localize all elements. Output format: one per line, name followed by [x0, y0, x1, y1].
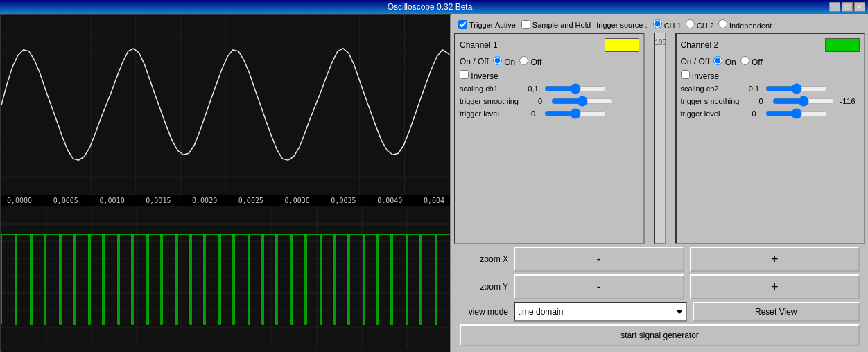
channel2-smoothing-label: trigger smoothing — [681, 97, 750, 105]
channel1-off-radio[interactable] — [519, 56, 528, 65]
trigger-ch2-radio[interactable] — [686, 19, 695, 28]
trigger-active-label: Trigger Active — [469, 21, 516, 29]
channel1-smoothing-slider[interactable] — [551, 96, 614, 106]
channel1-on-label[interactable]: On — [493, 56, 515, 67]
channel1-level-slider[interactable] — [544, 109, 607, 118]
time-3: 0,0015 — [146, 197, 171, 204]
trigger-independent-text: Independent — [729, 21, 772, 30]
sample-hold-label: Sample and Hold — [532, 21, 591, 29]
view-mode-dropdown[interactable]: time domain — [514, 302, 687, 322]
reset-view-button[interactable]: Reset View — [693, 302, 860, 322]
channel2-inverse-label[interactable]: Inverse — [681, 70, 720, 81]
zoom-y-plus-button[interactable]: + — [690, 274, 860, 299]
channel1-inverse-text: Inverse — [471, 71, 498, 81]
channel2-on-text: On — [725, 58, 736, 67]
time-7: 0,0035 — [331, 197, 356, 204]
channel2-scaling-row: scaling ch2 0,1 — [681, 84, 860, 94]
channel1-label: Channel 1 — [460, 40, 498, 50]
channel2-off-text: Off — [752, 58, 763, 67]
sample-hold-checkbox-label[interactable]: Sample and Hold — [521, 20, 591, 29]
channel1-off-text: Off — [531, 58, 542, 67]
zoom-x-row: zoom X - + — [460, 247, 860, 272]
time-8: 0,0040 — [377, 197, 402, 204]
zoom-y-minus-button[interactable]: - — [514, 274, 684, 299]
trigger-source-radio-group: CH 1 CH 2 Independent — [653, 19, 772, 30]
channel2-label: Channel 2 — [681, 40, 719, 50]
zoom-x-minus-button[interactable]: - — [514, 247, 684, 272]
channel2-inverse-text: Inverse — [692, 71, 719, 81]
signal-gen-row: start signal generator — [460, 324, 860, 346]
channel2-on-off-label: On / Off — [681, 57, 710, 67]
main-container: Frequency 989,41 Hz 3000,15 Hz CH 1 : TR… — [0, 14, 868, 352]
osc-top-display: Frequency 989,41 Hz 3000,15 Hz CH 1 : TR… — [1, 15, 450, 195]
trigger-ch1-radio[interactable] — [653, 19, 662, 28]
channel2-color-swatch[interactable] — [825, 38, 860, 52]
time-1: 0,0005 — [53, 197, 78, 204]
trigger-active-checkbox-label[interactable]: Trigger Active — [458, 20, 516, 29]
channel2-inverse-checkbox[interactable] — [681, 70, 690, 79]
channel1-scaling-slider[interactable] — [544, 84, 607, 94]
vertical-scrollbar[interactable]: 105 — [654, 33, 666, 244]
control-panel: Trigger Active Sample and Hold trigger s… — [451, 14, 868, 352]
oscilloscope-panel: Frequency 989,41 Hz 3000,15 Hz CH 1 : TR… — [0, 14, 451, 352]
channel1-on-radio[interactable] — [493, 56, 502, 65]
channel1-smoothing-row: trigger smoothing 0 — [460, 96, 639, 106]
channel1-box: Channel 1 On / Off On Off — [454, 33, 645, 244]
view-mode-label: view mode — [460, 307, 508, 317]
osc-bottom-display — [1, 206, 450, 352]
time-axis: 0,0000 0,0005 0,0010 0,0015 0,0020 0,002… — [1, 195, 450, 206]
time-5: 0,0025 — [238, 197, 263, 204]
signal-gen-button[interactable]: start signal generator — [460, 324, 860, 346]
trigger-independent-label[interactable]: Independent — [718, 19, 772, 30]
channel1-off-label[interactable]: Off — [519, 56, 541, 67]
channel2-smoothing-slider[interactable] — [772, 96, 835, 106]
top-controls-bar: Trigger Active Sample and Hold trigger s… — [454, 17, 865, 33]
channel2-box: Channel 2 On / Off On Off — [675, 33, 866, 244]
channel1-inverse-checkbox[interactable] — [460, 70, 469, 79]
channel1-on-off-row: On / Off On Off — [460, 56, 639, 67]
channel2-on-off-row: On / Off On Off — [681, 56, 860, 67]
channel2-smoothing-row: trigger smoothing 0 -116 — [681, 96, 860, 106]
trigger-ch2-label[interactable]: CH 2 — [686, 19, 714, 30]
trigger-active-checkbox[interactable] — [458, 20, 467, 29]
channel1-color-swatch[interactable] — [605, 38, 639, 52]
zoom-x-label: zoom X — [460, 254, 508, 264]
channel2-scaling-slider[interactable] — [765, 84, 828, 94]
channel2-smoothing-value: 0 — [753, 97, 770, 105]
channel1-smoothing-label: trigger smoothing — [460, 97, 529, 105]
channel2-on-radio[interactable] — [713, 56, 722, 65]
channel2-level-row: trigger level 0 — [681, 109, 860, 118]
trigger-independent-radio[interactable] — [718, 19, 727, 28]
time-0: 0,0000 — [7, 197, 32, 204]
zoom-x-plus-button[interactable]: + — [690, 247, 860, 272]
trigger-ch2-text: CH 2 — [697, 21, 714, 30]
channel2-level-slider[interactable] — [765, 109, 828, 118]
sample-hold-checkbox[interactable] — [521, 20, 530, 29]
channel1-on-text: On — [504, 58, 515, 67]
time-9: 0,004 — [424, 197, 444, 204]
channel1-inverse-row: Inverse — [460, 70, 639, 81]
channel1-inverse-label[interactable]: Inverse — [460, 70, 498, 81]
channel2-off-radio[interactable] — [740, 56, 749, 65]
channel-separator: 105 — [648, 33, 672, 244]
close-button[interactable]: ✕ — [854, 2, 865, 12]
time-labels: 0,0000 0,0005 0,0010 0,0015 0,0020 0,002… — [7, 197, 444, 204]
window-controls[interactable]: _ □ ✕ — [829, 2, 865, 12]
ch1-side-value: 105 — [655, 39, 665, 46]
bottom-controls: zoom X - + zoom Y - + view mode time dom… — [454, 244, 865, 349]
minimize-button[interactable]: _ — [829, 2, 840, 12]
channel1-scaling-row: scaling ch1 0,1 — [460, 84, 639, 94]
channel1-level-row: trigger level 0 — [460, 109, 639, 118]
view-mode-row: view mode time domain Reset View — [460, 302, 860, 322]
channel1-on-off-label: On / Off — [460, 57, 489, 67]
trigger-source-label: trigger source : — [596, 21, 647, 29]
channel1-level-label: trigger level — [460, 109, 522, 118]
zoom-y-row: zoom Y - + — [460, 274, 860, 299]
trigger-ch1-label[interactable]: CH 1 — [653, 19, 682, 30]
channel2-inverse-row: Inverse — [681, 70, 860, 81]
bottom-waveform-canvas — [1, 206, 450, 349]
channel2-off-label[interactable]: Off — [740, 56, 763, 67]
time-4: 0,0020 — [192, 197, 217, 204]
maximize-button[interactable]: □ — [842, 2, 853, 12]
channel2-on-label[interactable]: On — [713, 56, 736, 67]
